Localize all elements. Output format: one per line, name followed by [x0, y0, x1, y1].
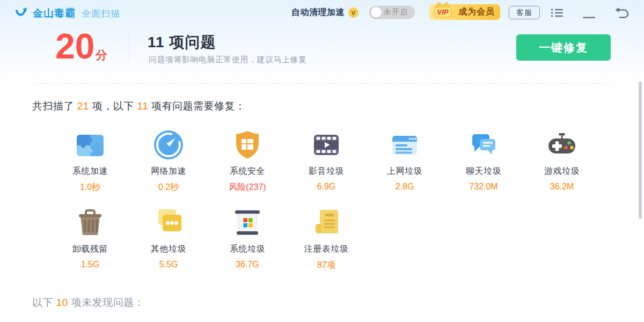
- scan-item-value: 732.0M: [451, 182, 516, 192]
- scan-item-label: 影音垃圾: [294, 166, 358, 177]
- scan-item-label: 系统安全: [215, 166, 280, 177]
- scan-item-value: 2.8G: [372, 182, 437, 192]
- clean-prefix: 以下: [32, 297, 56, 308]
- clean-suffix: 项未发现问题：: [68, 297, 144, 308]
- scan-item-system-security[interactable]: 系统安全 风险(237): [215, 128, 280, 193]
- section-divider: [32, 83, 612, 84]
- app-name: 金山毒霸: [33, 6, 76, 20]
- support-label: 客服: [516, 8, 532, 18]
- gamepad-icon: [545, 128, 579, 162]
- toggle-state-label: 未开启: [384, 8, 408, 17]
- scan-item-label: 系统加速: [58, 166, 122, 177]
- scan-item-label: 聊天垃圾: [451, 166, 516, 177]
- vip-mini-icon: V: [348, 8, 358, 18]
- vip-crown-icon: VIP: [431, 1, 454, 21]
- score-unit-label: 分: [96, 47, 107, 63]
- scan-item-value: 1.5G: [58, 260, 122, 269]
- app-logo: 金山毒霸 全面扫描: [15, 5, 120, 21]
- scan-item-web-junk[interactable]: 上网垃圾 2.8G: [372, 128, 437, 192]
- scan-item-label: 游戏垃圾: [530, 166, 594, 177]
- scan-item-registry-junk[interactable]: 注册表垃圾 87项: [294, 206, 358, 271]
- registry-scroll-icon: [309, 206, 343, 240]
- auto-clean-toggle[interactable]: 未开启: [369, 6, 415, 19]
- vip-cta-label: 成为会员: [458, 6, 495, 18]
- shield-windows-icon: [230, 128, 265, 162]
- scan-item-label: 其他垃圾: [136, 244, 201, 255]
- clean-summary: 以下 10 项未发现问题：: [32, 296, 144, 310]
- become-vip-button[interactable]: VIP 成为会员: [429, 4, 500, 20]
- scan-item-label: 注册表垃圾: [294, 244, 358, 255]
- scan-item-chat-junk[interactable]: 聊天垃圾 732.0M: [451, 128, 516, 192]
- auto-clean-label: 自动清理加速: [291, 7, 345, 18]
- scan-item-value: 6.9G: [294, 182, 358, 192]
- chat-icon: [466, 128, 501, 162]
- film-icon: [309, 128, 343, 162]
- scan-item-value: 风险(237): [215, 182, 280, 193]
- auto-clean-setting: 自动清理加速 V: [291, 7, 358, 18]
- toggle-knob[interactable]: [371, 7, 382, 18]
- cards-icon: [151, 206, 186, 240]
- scan-item-value: 1.0秒: [58, 182, 122, 193]
- brand-swoosh-icon: [15, 5, 29, 21]
- customer-support-button[interactable]: 客服: [509, 6, 540, 19]
- scan-item-system-speedup[interactable]: 系统加速 1.0秒: [58, 128, 122, 193]
- title-bar: 金山毒霸 全面扫描 自动清理加速 V 未开启 VIP 成为会员 客服: [0, 0, 644, 25]
- scan-item-label: 系统垃圾: [215, 244, 280, 255]
- scan-mode-label: 全面扫描: [82, 8, 120, 20]
- scan-item-value: 87项: [294, 260, 358, 271]
- issues-count-title: 11 项问题: [148, 32, 216, 53]
- summary-suffix: 项有问题需要修复：: [148, 100, 245, 112]
- scan-item-other-junk[interactable]: 其他垃圾 5.5G: [136, 206, 201, 269]
- summary-prefix: 共扫描了: [32, 100, 77, 112]
- scan-item-label: 卸载残留: [58, 244, 122, 255]
- speedometer-icon: [151, 128, 186, 162]
- scanned-count: 21: [77, 100, 89, 112]
- summary-middle: 项，以下: [89, 100, 137, 112]
- scan-item-system-junk[interactable]: 系统垃圾 36.7G: [215, 206, 280, 269]
- menu-list-icon[interactable]: [551, 8, 564, 20]
- recycle-bin-windows-icon: [230, 206, 265, 240]
- undo-arrow-icon[interactable]: [614, 7, 629, 21]
- scan-item-value: 5.5G: [136, 260, 201, 269]
- issues-subtitle: 问题项将影响电脑正常使用，建议马上修复: [149, 55, 307, 65]
- one-click-fix-button[interactable]: 一键修复: [516, 34, 611, 61]
- scan-item-label: 网络加速: [136, 166, 201, 177]
- health-score: 20: [55, 26, 94, 67]
- clean-count: 10: [56, 297, 68, 308]
- scrollbar-thumb[interactable]: [639, 82, 642, 219]
- browser-icon: [387, 128, 422, 162]
- scan-summary: 共扫描了 21 项，以下 11 项有问题需要修复：: [32, 99, 246, 113]
- puzzle-icon: [73, 128, 107, 162]
- scan-item-value: 0.2秒: [136, 182, 201, 193]
- scan-item-value: 36.7G: [215, 260, 280, 269]
- issue-count: 11: [137, 100, 148, 112]
- scan-item-uninstall-residue[interactable]: 卸载残留 1.5G: [58, 206, 122, 269]
- scan-item-network-speedup[interactable]: 网络加速 0.2秒: [136, 128, 201, 193]
- scan-item-label: 上网垃圾: [372, 166, 437, 177]
- trash-basket-icon: [73, 206, 107, 240]
- scan-item-game-junk[interactable]: 游戏垃圾 36.2M: [530, 128, 594, 192]
- header-vertical-divider: [129, 34, 129, 61]
- minimize-icon[interactable]: [583, 11, 596, 21]
- scan-item-media-junk[interactable]: 影音垃圾 6.9G: [294, 128, 358, 192]
- svg-text:VIP: VIP: [437, 8, 449, 16]
- scan-item-value: 36.2M: [530, 182, 594, 192]
